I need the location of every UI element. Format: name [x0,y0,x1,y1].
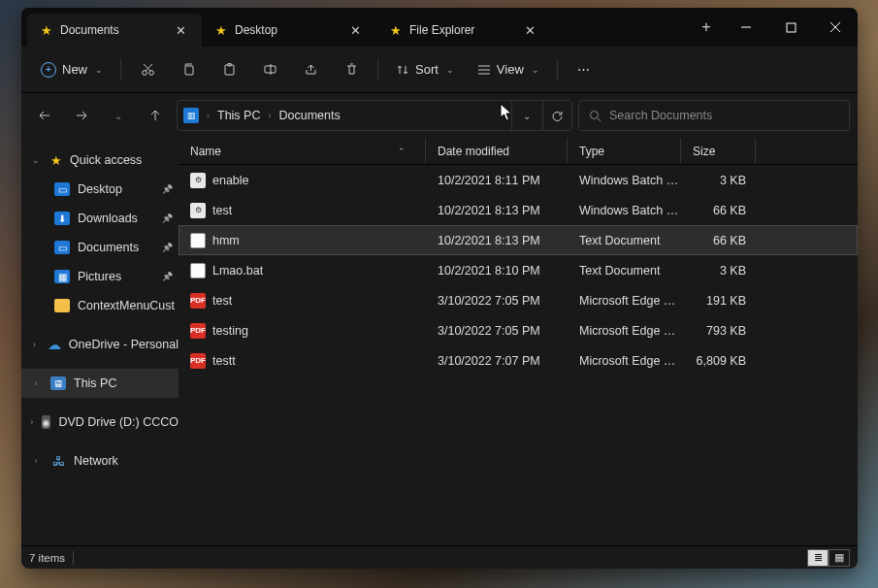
sidebar-label: Desktop [78,182,122,196]
sort-button[interactable]: Sort ⌄ [386,54,464,85]
file-name: test [212,294,232,308]
toolbar: + New ⌄ Sort ⌄ View ⌄ ⋯ [21,47,858,93]
address-bar[interactable]: ▥ › This PC › Documents ⌄ [177,100,572,131]
view-button[interactable]: View ⌄ [468,54,549,85]
new-tab-button[interactable]: + [689,8,724,47]
sidebar-item-contextmenucust[interactable]: ContextMenuCust [21,291,179,320]
search-input[interactable] [609,109,839,122]
star-icon: ★ [41,23,52,38]
file-type: Text Document [568,234,681,247]
column-date[interactable]: Date modified [426,138,568,164]
file-date: 10/2/2021 8:13 PM [426,234,568,247]
more-button[interactable]: ⋯ [566,54,602,85]
close-button[interactable] [813,8,858,47]
file-size: 3 KB [681,174,756,187]
file-name: Lmao.bat [212,264,263,278]
sidebar-item-pictures[interactable]: ▦ Pictures [21,262,179,291]
file-name: testing [212,324,248,338]
sort-indicator: ⌃ [398,147,406,156]
chevron-right-icon: › [29,417,34,427]
file-icon [190,233,206,248]
file-rows: ⚙enable 10/2/2021 8:11 PM Windows Batch … [179,165,858,545]
copy-button[interactable] [170,54,207,85]
column-headers: Name ⌃ Date modified Type Size [179,138,858,165]
tab-documents[interactable]: ★ Documents ✕ [27,14,202,47]
file-icon [190,263,206,278]
close-tab-button[interactable]: ✕ [170,20,192,41]
view-label: View [497,62,524,77]
sidebar-item-onedrive[interactable]: › ☁ OneDrive - Personal [21,330,179,359]
separator [377,59,378,81]
paste-button[interactable] [211,54,247,85]
network-icon: 🖧 [50,454,66,468]
minimize-button[interactable] [724,8,768,47]
sort-label: Sort [415,62,439,77]
address-dropdown[interactable]: ⌄ [511,101,540,130]
folder-icon: ⬇ [54,212,70,225]
forward-button[interactable] [66,100,97,131]
pc-icon: 🖥 [50,376,66,390]
maximize-button[interactable] [768,8,813,47]
refresh-button[interactable] [542,101,571,130]
sidebar-label: Quick access [70,153,142,167]
file-size: 6,809 KB [681,354,756,368]
file-icon: PDF [190,293,206,309]
sidebar-item-downloads[interactable]: ⬇ Downloads [21,204,179,233]
chevron-down-icon: ⌄ [446,65,454,75]
window-controls [724,8,858,47]
sidebar-label: ContextMenuCust [78,299,175,312]
tab-file-explorer[interactable]: ★ File Explorer ✕ [376,14,551,47]
sidebar-item-desktop[interactable]: ▭ Desktop [21,175,179,204]
file-name: test [212,204,232,217]
separator [557,59,558,81]
up-button[interactable] [140,100,171,131]
file-row[interactable]: PDFtestt 3/10/2022 7:07 PM Microsoft Edg… [179,345,858,376]
file-row[interactable]: ⚙test 10/2/2021 8:13 PM Windows Batch Fi… [179,195,858,225]
thumbnails-view-button[interactable]: ▦ [829,549,850,567]
recent-button[interactable]: ⌄ [103,100,134,131]
file-row[interactable]: hmm 10/2/2021 8:13 PM Text Document 66 K… [179,225,858,255]
chevron-right-icon: › [29,340,40,349]
rename-button[interactable] [251,54,288,85]
cut-button[interactable] [129,54,166,85]
breadcrumb-root[interactable]: This PC [217,109,260,122]
back-button[interactable] [29,100,60,131]
cloud-icon: ☁ [48,338,61,351]
column-name[interactable]: Name ⌃ [179,138,426,164]
share-button[interactable] [292,54,329,85]
file-date: 3/10/2022 7:05 PM [426,294,568,308]
delete-button[interactable] [333,54,370,85]
column-type[interactable]: Type [568,138,681,164]
details-view-button[interactable]: ≣ [807,549,829,567]
sidebar-item-quick-access[interactable]: ⌄ ★ Quick access [21,146,179,175]
sidebar-item-this-pc[interactable]: › 🖥 This PC [21,369,179,398]
file-row[interactable]: ⚙enable 10/2/2021 8:11 PM Windows Batch … [179,165,858,195]
file-row[interactable]: PDFtesting 3/10/2022 7:05 PM Microsoft E… [179,315,858,345]
file-date: 10/2/2021 8:11 PM [426,174,568,187]
sidebar-label: This PC [74,376,116,390]
new-button[interactable]: + New ⌄ [31,54,113,85]
sidebar-item-documents[interactable]: ▭ Documents [21,233,179,262]
star-icon: ★ [50,153,62,168]
column-size[interactable]: Size [681,138,756,164]
tab-desktop[interactable]: ★ Desktop ✕ [202,14,376,47]
close-tab-button[interactable]: ✕ [344,20,367,41]
file-list-pane: Name ⌃ Date modified Type Size ⚙enable 1… [179,138,858,545]
close-tab-button[interactable]: ✕ [519,20,541,41]
svg-point-5 [148,71,153,76]
svg-rect-1 [787,23,796,32]
file-row[interactable]: Lmao.bat 10/2/2021 8:10 PM Text Document… [179,255,858,285]
folder-icon [54,299,70,312]
navigation-pane: ⌄ ★ Quick access ▭ Desktop⬇ Downloads▭ D… [21,138,179,545]
separator [73,551,74,565]
item-count: 7 items [29,552,65,564]
folder-icon: ▥ [183,108,199,123]
search-box[interactable] [578,100,850,131]
breadcrumb-current[interactable]: Documents [278,109,340,122]
chevron-down-icon: ⌄ [532,65,539,75]
sidebar-item-dvd[interactable]: › ◉ DVD Drive (D:) CCCO [21,408,179,437]
file-type: Microsoft Edge P… [568,324,681,338]
file-row[interactable]: PDFtest 3/10/2022 7:05 PM Microsoft Edge… [179,285,858,315]
sidebar-label: Pictures [78,270,121,283]
sidebar-item-network[interactable]: › 🖧 Network [21,446,179,475]
